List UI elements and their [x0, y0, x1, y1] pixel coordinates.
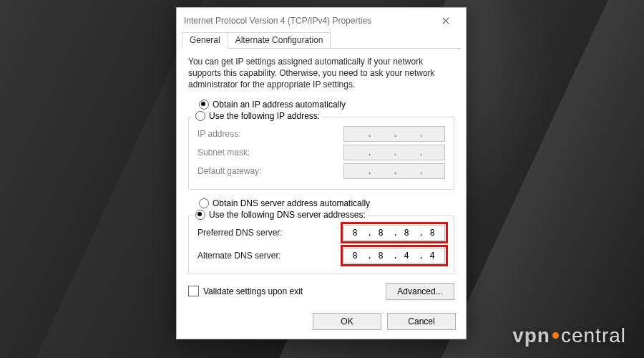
ip-address-input: . . .	[343, 126, 445, 142]
subnet-mask-input: . . .	[343, 145, 445, 160]
radio-dns-manual-label: Use the following DNS server addresses:	[209, 210, 366, 220]
radio-ip-auto-label: Obtain an IP address automatically	[213, 100, 346, 110]
ipv4-properties-dialog: Internet Protocol Version 4 (TCP/IPv4) P…	[176, 7, 467, 339]
cancel-button[interactable]: Cancel	[387, 313, 456, 330]
tab-row: General Alternate Configuration	[182, 32, 461, 49]
radio-row-ip-auto[interactable]: Obtain an IP address automatically	[199, 100, 454, 110]
ip-manual-fieldset: Use the following IP address: IP address…	[188, 117, 454, 190]
radio-dns-auto-label: Obtain DNS server address automatically	[213, 198, 370, 208]
tab-general[interactable]: General	[182, 32, 228, 49]
radio-row-ip-manual[interactable]: Use the following IP address:	[193, 111, 322, 121]
subnet-mask-label: Subnet mask:	[197, 147, 250, 158]
preferred-dns-input[interactable]: 8. 8. 8. 8	[343, 225, 445, 241]
radio-row-dns-manual[interactable]: Use the following DNS server addresses:	[193, 210, 368, 220]
window-title: Internet Protocol Version 4 (TCP/IPv4) P…	[184, 16, 371, 26]
alternate-dns-input[interactable]: 8. 8. 4. 4	[343, 248, 445, 263]
default-gateway-label: Default gateway:	[197, 166, 261, 176]
validate-checkbox[interactable]	[188, 286, 199, 296]
watermark: vpncentral	[512, 324, 626, 347]
watermark-dot-icon	[552, 332, 559, 339]
radio-dns-auto[interactable]	[199, 198, 209, 208]
alternate-dns-label: Alternate DNS server:	[197, 251, 281, 261]
dns-manual-fieldset: Use the following DNS server addresses: …	[188, 216, 454, 274]
general-panel: You can get IP settings assigned automat…	[177, 49, 466, 306]
radio-ip-manual[interactable]	[195, 111, 205, 121]
ok-button[interactable]: OK	[313, 313, 381, 330]
titlebar: Internet Protocol Version 4 (TCP/IPv4) P…	[177, 8, 466, 31]
radio-ip-manual-label: Use the following IP address:	[209, 111, 320, 121]
validate-label: Validate settings upon exit	[203, 286, 303, 296]
radio-ip-auto[interactable]	[199, 100, 209, 110]
close-icon	[442, 17, 449, 24]
preferred-dns-label: Preferred DNS server:	[197, 228, 283, 238]
default-gateway-input: . . .	[343, 163, 445, 179]
advanced-button[interactable]: Advanced...	[386, 283, 454, 300]
radio-row-dns-auto[interactable]: Obtain DNS server address automatically	[199, 198, 454, 208]
radio-dns-manual[interactable]	[195, 210, 205, 220]
tab-alternate-configuration[interactable]: Alternate Configuration	[228, 32, 331, 48]
close-button[interactable]	[433, 13, 459, 29]
dialog-footer: OK Cancel	[177, 306, 466, 339]
ip-address-label: IP address:	[197, 129, 240, 139]
help-text: You can get IP settings assigned automat…	[188, 56, 454, 91]
validate-row[interactable]: Validate settings upon exit	[188, 286, 303, 296]
